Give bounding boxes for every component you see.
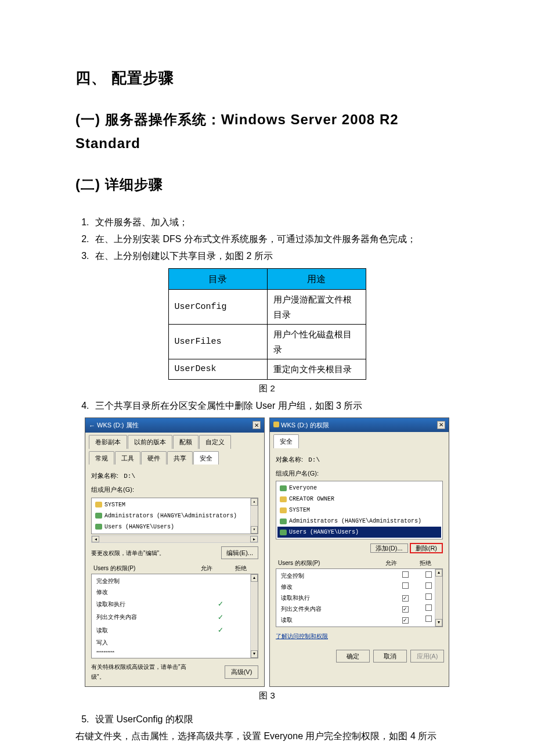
perm-name: 列出文件夹内容 (279, 603, 394, 614)
tab[interactable]: 常规 (89, 451, 114, 465)
cancel-button[interactable]: 取消 (373, 650, 407, 663)
heading-sub-1: (一) 服务器操作系统：Windows Server 2008 R2 Stand… (75, 108, 459, 156)
arrow-down-icon[interactable]: ▾ (251, 526, 258, 534)
scrollbar[interactable]: ▴▾ (250, 574, 258, 658)
allow-col: 允许 (190, 563, 224, 574)
group-item-selected[interactable]: Users (HANGYE\Users) (289, 527, 359, 537)
arrow-up-icon[interactable]: ▴ (251, 574, 258, 582)
close-icon[interactable]: ✕ (437, 421, 445, 429)
perm-name: 读取 (94, 624, 209, 636)
apply-button[interactable]: 应用(A) (410, 650, 444, 663)
groups-label: 组或用户名(G): (91, 484, 258, 495)
check-icon: ✓ (218, 600, 223, 608)
edit-hint: 要更改权限，请单击"编辑"。 (91, 548, 165, 558)
tab-row-1[interactable]: 卷影副本 以前的版本 配额 自定义 (89, 435, 261, 449)
tab[interactable]: 自定义 (199, 435, 231, 449)
tab-row[interactable]: 安全 (273, 434, 445, 448)
users-icon (280, 485, 287, 491)
allow-checkbox[interactable]: ✓ (402, 595, 409, 602)
tab[interactable]: 共享 (167, 451, 193, 465)
deny-checkbox[interactable] (425, 582, 432, 589)
object-name-value: D:\ (308, 456, 320, 463)
heading-sub-2: (二) 详细步骤 (75, 173, 459, 197)
users-icon (280, 530, 287, 535)
tab[interactable]: 以前的版本 (128, 435, 172, 449)
perm-name: 读取 (279, 614, 394, 625)
perm-name: 修改 (94, 586, 209, 597)
arrow-right-icon[interactable]: ▸ (250, 536, 258, 542)
object-name-label: 对象名称: (91, 472, 118, 479)
perm-name: 写入 (94, 637, 209, 648)
object-name-value: D:\ (124, 473, 135, 480)
figure-3-caption: 图 3 (75, 688, 459, 703)
deny-checkbox[interactable] (425, 615, 432, 622)
perm-lbl: Users 的权限(P) (91, 563, 190, 574)
deny-checkbox[interactable] (425, 604, 432, 611)
deny-col: 拒绝 (224, 563, 258, 574)
group-item[interactable]: SYSTEM (104, 500, 125, 510)
scrollbar[interactable]: ▴▾ (435, 569, 442, 627)
permissions-table: Users 的权限(P)允许拒绝 (91, 563, 258, 574)
perm-name: 列出文件夹内容 (94, 611, 209, 624)
perm-lbl: Users 的权限(P) (276, 557, 374, 568)
perm-name: 完全控制 (94, 575, 209, 586)
arrow-down-icon[interactable]: ▾ (251, 650, 258, 658)
advanced-button[interactable]: 高级(V) (225, 665, 258, 679)
group-item[interactable]: Administrators (HANGYE\Administrators) (104, 511, 237, 521)
edit-button[interactable]: 编辑(E)... (221, 546, 258, 560)
perm-name: 读取和执行 (279, 592, 394, 603)
perm-list: 完全控制 修改 读取和执行✓ 列出文件夹内容✓ 读取✓ 写入 *********… (91, 574, 258, 658)
add-button[interactable]: 添加(D)... (370, 543, 407, 553)
allow-checkbox[interactable]: ✓ (402, 606, 409, 613)
allow-col: 允许 (374, 557, 409, 568)
step-4: 三个共享目录所在分区安全属性中删除 User 用户组，如图 3 所示 (92, 398, 459, 413)
share-dir-table: 目录用途 UserConfig用户漫游配置文件根目录 UserFiles用户个性… (168, 268, 366, 380)
perm-list: 完全控制修改读取和执行✓列出文件夹内容✓读取✓ ▴▾ (276, 568, 443, 627)
help-link[interactable]: 了解访问控制和权限 (276, 633, 328, 639)
properties-dialog: ← WKS (D:) 属性 ✕ 卷影副本 以前的版本 配额 自定义 常规 工具 … (85, 417, 265, 687)
heading-section-4: 四、 配置步骤 (75, 65, 459, 91)
tab[interactable]: 配额 (173, 435, 199, 449)
td-use: 重定向文件夹根目录 (267, 359, 366, 380)
tab[interactable]: 工具 (115, 451, 140, 465)
adv-hint: 有关特殊权限或高级设置，请单击"高级"。 (91, 662, 196, 682)
check-icon: ✓ (218, 626, 223, 634)
tab[interactable]: 卷影副本 (89, 435, 127, 449)
permissions-dialog: WKS (D:) 的权限 ✕ 安全 对象名称: D:\ 组或用户名(G): Ev… (269, 417, 449, 687)
perm-name: 读取和执行 (94, 597, 209, 610)
figure-2-caption: 图 2 (75, 381, 459, 396)
ok-button[interactable]: 确定 (336, 650, 370, 663)
group-item[interactable]: Users (HANGYE\Users) (104, 522, 174, 532)
allow-checkbox[interactable] (402, 571, 409, 578)
group-item[interactable]: Everyone (289, 483, 317, 493)
allow-checkbox[interactable]: ✓ (402, 617, 409, 624)
groups-listbox[interactable]: SYSTEM Administrators (HANGYE\Administra… (91, 498, 258, 534)
remove-button[interactable]: 删除(R) (410, 543, 443, 553)
tab-security[interactable]: 安全 (273, 434, 299, 448)
deny-checkbox[interactable] (425, 593, 432, 600)
deny-col: 拒绝 (409, 557, 443, 568)
users-icon (95, 524, 102, 530)
perm-name: 完全控制 (279, 570, 394, 581)
h-scrollbar[interactable]: ◂▸ (91, 535, 258, 543)
titlebar[interactable]: ← WKS (D:) 属性 ✕ (85, 418, 264, 433)
deny-checkbox[interactable] (425, 571, 432, 578)
tab[interactable]: 硬件 (141, 451, 167, 465)
titlebar[interactable]: WKS (D:) 的权限 ✕ (270, 418, 449, 433)
groups-label: 组或用户名(G): (276, 468, 443, 479)
group-item[interactable]: SYSTEM (289, 505, 310, 515)
arrow-up-icon[interactable]: ▴ (435, 569, 442, 577)
scrollbar[interactable]: ▴▾ (250, 498, 258, 534)
arrow-down-icon[interactable]: ▾ (435, 619, 442, 627)
allow-checkbox[interactable] (402, 582, 409, 589)
step-1: 文件服务器、加入域； (92, 214, 459, 230)
tab-security[interactable]: 安全 (193, 451, 219, 465)
group-item[interactable]: Administrators (HANGYE\Administrators) (289, 516, 421, 526)
close-icon[interactable]: ✕ (252, 421, 261, 429)
tab-row-2[interactable]: 常规 工具 硬件 共享 安全 (89, 451, 261, 465)
arrow-left-icon[interactable]: ◂ (92, 536, 99, 542)
arrow-up-icon[interactable]: ▴ (251, 498, 258, 506)
groups-listbox[interactable]: Everyone CREATOR OWNER SYSTEM Administra… (276, 481, 443, 539)
users-icon (280, 519, 287, 524)
group-item[interactable]: CREATOR OWNER (289, 494, 334, 504)
